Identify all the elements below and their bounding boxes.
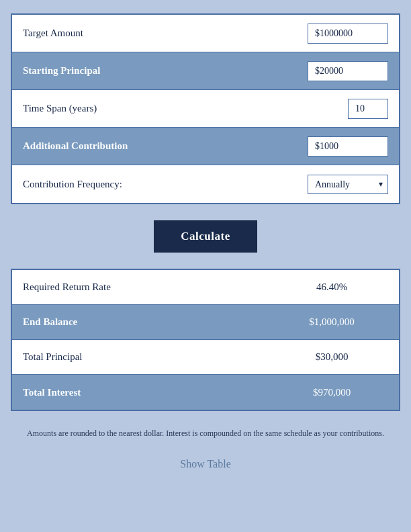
additional-contribution-input[interactable] bbox=[308, 136, 388, 157]
calculate-button-container: Calculate bbox=[154, 220, 257, 253]
required-return-rate-label: Required Return Rate bbox=[12, 275, 265, 300]
required-return-rate-value: 46.40% bbox=[265, 275, 399, 300]
time-span-value-cell bbox=[305, 92, 399, 126]
show-table-link[interactable]: Show Table bbox=[180, 458, 230, 470]
contribution-frequency-value-cell: Annually Monthly Quarterly Weekly Daily bbox=[297, 168, 399, 201]
contribution-frequency-label: Contribution Frequency: bbox=[12, 172, 297, 197]
additional-contribution-label: Additional Contribution bbox=[12, 134, 297, 159]
time-span-label: Time Span (years) bbox=[12, 96, 305, 121]
footnote-text: Amounts are rounded to the nearest dolla… bbox=[27, 429, 384, 438]
results-table: Required Return Rate 46.40% End Balance … bbox=[11, 269, 400, 411]
total-interest-row: Total Interest $970,000 bbox=[12, 375, 399, 410]
target-amount-label: Target Amount bbox=[12, 21, 297, 46]
total-interest-label: Total Interest bbox=[12, 380, 265, 405]
contribution-frequency-row: Contribution Frequency: Annually Monthly… bbox=[12, 165, 399, 203]
end-balance-value: $1,000,000 bbox=[265, 310, 399, 335]
total-interest-value: $970,000 bbox=[265, 380, 399, 405]
target-amount-row: Target Amount bbox=[12, 15, 399, 52]
end-balance-label: End Balance bbox=[12, 310, 265, 335]
input-table: Target Amount Starting Principal Time Sp… bbox=[11, 13, 400, 204]
end-balance-row: End Balance $1,000,000 bbox=[12, 305, 399, 340]
total-principal-label: Total Principal bbox=[12, 345, 265, 369]
total-principal-value: $30,000 bbox=[265, 345, 399, 369]
time-span-input[interactable] bbox=[348, 99, 388, 119]
total-principal-row: Total Principal $30,000 bbox=[12, 340, 399, 375]
additional-contribution-value-cell bbox=[297, 130, 399, 163]
footnote: Amounts are rounded to the nearest dolla… bbox=[11, 422, 400, 445]
contribution-frequency-select-wrapper: Annually Monthly Quarterly Weekly Daily bbox=[308, 175, 388, 194]
calculate-button[interactable]: Calculate bbox=[154, 220, 257, 253]
required-return-rate-row: Required Return Rate 46.40% bbox=[12, 270, 399, 305]
target-amount-value-cell bbox=[297, 17, 399, 50]
starting-principal-row: Starting Principal bbox=[12, 52, 399, 90]
contribution-frequency-select[interactable]: Annually Monthly Quarterly Weekly Daily bbox=[308, 175, 388, 194]
additional-contribution-row: Additional Contribution bbox=[12, 128, 399, 165]
starting-principal-value-cell bbox=[297, 54, 399, 88]
starting-principal-label: Starting Principal bbox=[12, 58, 297, 83]
time-span-row: Time Span (years) bbox=[12, 90, 399, 128]
target-amount-input[interactable] bbox=[308, 24, 388, 44]
starting-principal-input[interactable] bbox=[308, 61, 388, 81]
